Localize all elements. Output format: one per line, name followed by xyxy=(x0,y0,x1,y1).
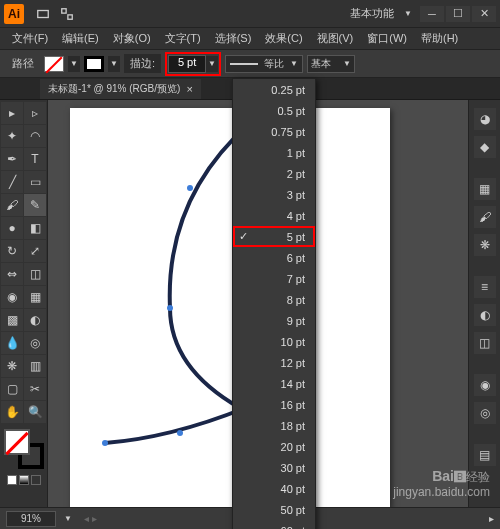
menu-select[interactable]: 选择(S) xyxy=(209,29,258,48)
stroke-option[interactable]: 14 pt xyxy=(233,373,315,394)
symbols-panel-icon[interactable]: ❋ xyxy=(474,234,496,256)
stroke-option[interactable]: 50 pt xyxy=(233,499,315,520)
stroke-option[interactable]: 6 pt xyxy=(233,247,315,268)
color-mode-gradient[interactable] xyxy=(19,475,29,485)
blend-tool[interactable]: ◎ xyxy=(24,332,46,354)
status-dropdown-icon[interactable]: ▸ xyxy=(489,513,494,524)
pencil-tool[interactable]: ✎ xyxy=(24,194,46,216)
close-button[interactable]: ✕ xyxy=(472,6,496,22)
svg-point-8 xyxy=(177,430,183,436)
menu-file[interactable]: 文件(F) xyxy=(6,29,54,48)
stroke-option[interactable]: 5 pt xyxy=(233,226,315,247)
zoom-tool[interactable]: 🔍 xyxy=(24,401,46,423)
menu-edit[interactable]: 编辑(E) xyxy=(56,29,105,48)
stroke-option[interactable]: 40 pt xyxy=(233,478,315,499)
fill-dropdown-icon[interactable]: ▼ xyxy=(68,56,80,72)
close-tab-icon[interactable]: × xyxy=(186,83,192,95)
mesh-tool[interactable]: ▩ xyxy=(1,309,23,331)
stroke-option[interactable]: 9 pt xyxy=(233,310,315,331)
column-graph-tool[interactable]: ▥ xyxy=(24,355,46,377)
svg-point-7 xyxy=(102,440,108,446)
stroke-panel-icon[interactable]: ≡ xyxy=(474,276,496,298)
gradient-tool[interactable]: ◐ xyxy=(24,309,46,331)
fill-color-box[interactable] xyxy=(4,429,30,455)
stroke-option[interactable]: 1 pt xyxy=(233,142,315,163)
arrange-icon[interactable] xyxy=(60,7,74,21)
layers-panel-icon[interactable]: ▤ xyxy=(474,444,496,466)
bridge-icon[interactable] xyxy=(36,7,50,21)
zoom-level[interactable]: 91% xyxy=(6,511,56,527)
appearance-panel-icon[interactable]: ◉ xyxy=(474,374,496,396)
stroke-swatch[interactable] xyxy=(84,56,104,72)
slice-tool[interactable]: ✂ xyxy=(24,378,46,400)
lasso-tool[interactable]: ◠ xyxy=(24,125,46,147)
stroke-color-dropdown-icon[interactable]: ▼ xyxy=(108,56,120,72)
menu-object[interactable]: 对象(O) xyxy=(107,29,157,48)
stroke-option[interactable]: 3 pt xyxy=(233,184,315,205)
eyedropper-tool[interactable]: 💧 xyxy=(1,332,23,354)
paintbrush-tool[interactable]: 🖌 xyxy=(1,194,23,216)
stroke-option[interactable]: 10 pt xyxy=(233,331,315,352)
graphic-styles-panel-icon[interactable]: ◎ xyxy=(474,402,496,424)
free-transform-tool[interactable]: ◫ xyxy=(24,263,46,285)
gradient-panel-icon[interactable]: ◐ xyxy=(474,304,496,326)
stroke-option[interactable]: 60 pt xyxy=(233,520,315,529)
menu-help[interactable]: 帮助(H) xyxy=(415,29,464,48)
color-mode-normal[interactable] xyxy=(7,475,17,485)
width-tool[interactable]: ⇔ xyxy=(1,263,23,285)
stroke-option[interactable]: 12 pt xyxy=(233,352,315,373)
brush-definition[interactable]: 基本 ▼ xyxy=(307,55,355,73)
stroke-option[interactable]: 16 pt xyxy=(233,394,315,415)
zoom-dropdown-icon[interactable]: ▼ xyxy=(64,514,72,523)
swatches-panel-icon[interactable]: ▦ xyxy=(474,178,496,200)
stroke-option[interactable]: 0.25 pt xyxy=(233,79,315,100)
stroke-option[interactable]: 18 pt xyxy=(233,415,315,436)
perspective-grid-tool[interactable]: ▦ xyxy=(24,286,46,308)
stroke-option[interactable]: 7 pt xyxy=(233,268,315,289)
menu-type[interactable]: 文字(T) xyxy=(159,29,207,48)
stroke-weight-input[interactable]: 5 pt xyxy=(168,55,206,73)
scale-tool[interactable]: ⤢ xyxy=(24,240,46,262)
document-tab[interactable]: 未标题-1* @ 91% (RGB/预览) × xyxy=(40,79,201,99)
shape-builder-tool[interactable]: ◉ xyxy=(1,286,23,308)
magic-wand-tool[interactable]: ✦ xyxy=(1,125,23,147)
rectangle-tool[interactable]: ▭ xyxy=(24,171,46,193)
menu-view[interactable]: 视图(V) xyxy=(311,29,360,48)
menu-effect[interactable]: 效果(C) xyxy=(259,29,308,48)
stroke-option[interactable]: 30 pt xyxy=(233,457,315,478)
stroke-option[interactable]: 0.75 pt xyxy=(233,121,315,142)
fill-swatch[interactable] xyxy=(44,56,64,72)
curve-path-2[interactable] xyxy=(105,408,245,443)
stroke-weight-dropdown-icon[interactable]: ▼ xyxy=(206,56,218,72)
transparency-panel-icon[interactable]: ◫ xyxy=(474,332,496,354)
pen-tool[interactable]: ✒ xyxy=(1,148,23,170)
stroke-option[interactable]: 0.5 pt xyxy=(233,100,315,121)
selection-tool[interactable]: ▸ xyxy=(1,102,23,124)
line-tool[interactable]: ╱ xyxy=(1,171,23,193)
symbol-sprayer-tool[interactable]: ❋ xyxy=(1,355,23,377)
stroke-option[interactable]: 8 pt xyxy=(233,289,315,310)
blob-brush-tool[interactable]: ● xyxy=(1,217,23,239)
maximize-button[interactable]: ☐ xyxy=(446,6,470,22)
type-tool[interactable]: T xyxy=(24,148,46,170)
eraser-tool[interactable]: ◧ xyxy=(24,217,46,239)
fill-stroke-indicator[interactable] xyxy=(4,429,44,469)
color-panel-icon[interactable]: ◕ xyxy=(474,108,496,130)
menu-window[interactable]: 窗口(W) xyxy=(361,29,413,48)
direct-selection-tool[interactable]: ▹ xyxy=(24,102,46,124)
stroke-weight-highlight: 5 pt ▼ xyxy=(165,52,221,76)
minimize-button[interactable]: ─ xyxy=(420,6,444,22)
stroke-label-button[interactable]: 描边: xyxy=(124,54,161,73)
workspace-switcher[interactable]: 基本功能 xyxy=(342,4,402,23)
brushes-panel-icon[interactable]: 🖌 xyxy=(474,206,496,228)
variable-width-profile[interactable]: 等比 ▼ xyxy=(225,55,303,73)
color-guide-panel-icon[interactable]: ◆ xyxy=(474,136,496,158)
color-mode-none[interactable] xyxy=(31,475,41,485)
stroke-option[interactable]: 4 pt xyxy=(233,205,315,226)
hand-tool[interactable]: ✋ xyxy=(1,401,23,423)
rotate-tool[interactable]: ↻ xyxy=(1,240,23,262)
artboard-tool[interactable]: ▢ xyxy=(1,378,23,400)
stroke-option[interactable]: 2 pt xyxy=(233,163,315,184)
chevron-down-icon[interactable]: ▼ xyxy=(404,9,412,18)
stroke-option[interactable]: 20 pt xyxy=(233,436,315,457)
